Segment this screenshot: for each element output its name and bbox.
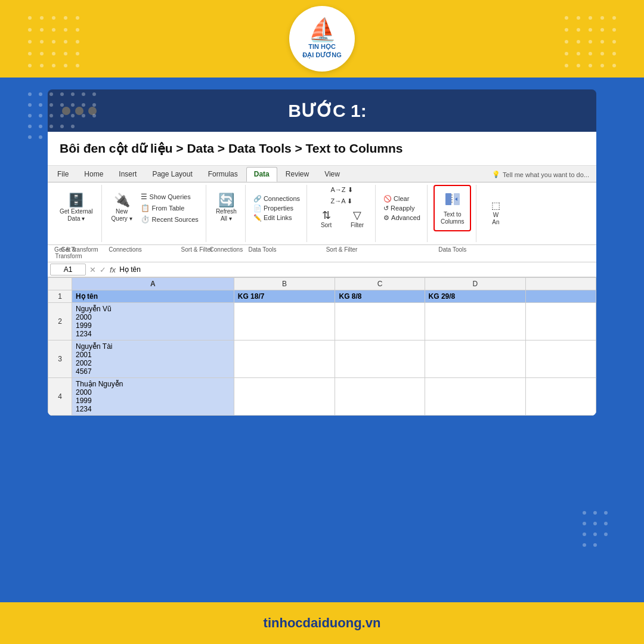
- fx-label: fx: [110, 265, 116, 274]
- clear-reapply-stack: 🚫 Clear ↺ Reapply ⚙ Advanced: [382, 194, 422, 222]
- cell-d2[interactable]: [425, 303, 526, 340]
- sort-button[interactable]: ⇅ Sort: [313, 208, 339, 231]
- cell-c2[interactable]: [335, 303, 425, 340]
- close-dot[interactable]: [62, 107, 70, 115]
- cell-b4[interactable]: [234, 378, 335, 416]
- col-header-d[interactable]: D: [425, 278, 526, 290]
- new-query-icon: 🔌: [114, 194, 130, 207]
- tab-formulas[interactable]: Formulas: [201, 168, 245, 181]
- tab-review[interactable]: Review: [278, 168, 316, 181]
- properties-label: Properties: [264, 205, 293, 212]
- table-row: 3 Nguyễn Tài200120024567: [48, 340, 596, 378]
- svg-point-6: [40, 28, 44, 32]
- connections-button[interactable]: 🔗 Connections: [252, 194, 302, 203]
- extra-icon: ⬚: [491, 201, 500, 210]
- cell-d3[interactable]: [425, 340, 526, 378]
- page: ⛵ TIN HỌC ĐẠI DƯƠNG: [0, 0, 644, 644]
- sort-icon: ⇅: [322, 210, 331, 221]
- text-to-columns-icon: [444, 191, 461, 210]
- cell-a1[interactable]: Họ tên: [72, 290, 234, 303]
- group-new-query: 🔌 NewQuery ▾ ☰ Show Queries 📋 From Table: [103, 185, 206, 242]
- cell-e1[interactable]: [526, 290, 596, 303]
- sail-icon: ⛵: [308, 18, 336, 41]
- from-table-button[interactable]: 📋 From Table: [138, 203, 201, 213]
- svg-rect-90: [445, 193, 451, 205]
- maximize-dot[interactable]: [88, 107, 97, 115]
- cell-e2[interactable]: [526, 303, 596, 340]
- logo-text: TIN HỌC ĐẠI DƯƠNG: [302, 42, 342, 60]
- recent-sources-button[interactable]: ⏱️ Recent Sources: [138, 214, 201, 225]
- cell-a4[interactable]: Thuận Nguyễn200019991234: [72, 378, 234, 416]
- sort-az-button[interactable]: A→Z ⬇: [328, 185, 355, 195]
- svg-point-46: [577, 64, 580, 67]
- col-header-c[interactable]: C: [335, 278, 425, 290]
- svg-point-80: [593, 511, 597, 515]
- cell-b1[interactable]: KG 18/7: [234, 290, 335, 303]
- svg-point-4: [76, 16, 79, 20]
- show-queries-icon: ☰: [141, 193, 147, 201]
- extra-button[interactable]: ⬚ WAn: [482, 199, 509, 228]
- sort-za-button[interactable]: Z→A ⬇: [328, 196, 355, 206]
- svg-point-10: [28, 40, 32, 44]
- svg-point-45: [565, 64, 568, 67]
- tab-home[interactable]: Home: [77, 168, 110, 181]
- advanced-button[interactable]: ⚙ Advanced: [382, 213, 422, 222]
- clear-button[interactable]: 🚫 Clear: [382, 194, 422, 203]
- edit-links-label: Edit Links: [264, 214, 292, 221]
- clear-label: Clear: [394, 195, 409, 202]
- svg-point-1: [40, 16, 44, 20]
- properties-button[interactable]: 📄 Properties: [252, 204, 302, 213]
- svg-point-9: [76, 28, 79, 32]
- cell-reference[interactable]: A1: [50, 264, 86, 275]
- connections-group-label: Connections: [89, 246, 161, 259]
- ribbon-tabs: File Home Insert Page Layout Formulas Da…: [48, 166, 596, 182]
- svg-point-30: [565, 28, 568, 32]
- connections-icon: 🔗: [253, 195, 262, 203]
- tab-view[interactable]: View: [317, 168, 347, 181]
- table-row: 2 Nguyễn Vũ200019991234: [48, 303, 596, 340]
- get-external-data-button[interactable]: 🗄️ Get ExternalData ▾: [56, 191, 97, 225]
- cell-a2[interactable]: Nguyễn Vũ200019991234: [72, 303, 234, 340]
- svg-point-40: [565, 52, 568, 55]
- svg-point-72: [39, 125, 42, 128]
- svg-point-76: [28, 135, 32, 139]
- row-number-3: 3: [48, 340, 72, 378]
- tab-page-layout[interactable]: Page Layout: [145, 168, 199, 181]
- cell-d4[interactable]: [425, 378, 526, 416]
- show-queries-button[interactable]: ☰ Show Queries: [138, 191, 201, 202]
- cell-e4[interactable]: [526, 378, 596, 416]
- excel-window: File Home Insert Page Layout Formulas Da…: [48, 166, 596, 416]
- minimize-dot[interactable]: [75, 107, 83, 115]
- cell-c1[interactable]: KG 8/8: [335, 290, 425, 303]
- tab-file[interactable]: File: [50, 168, 76, 181]
- refresh-all-button[interactable]: 🔄 RefreshAll ▾: [212, 191, 240, 225]
- tab-data[interactable]: Data: [246, 167, 277, 182]
- reapply-button[interactable]: ↺ Reapply: [382, 204, 422, 213]
- cell-b2[interactable]: [234, 303, 335, 340]
- group-clear-reapply: 🚫 Clear ↺ Reapply ⚙ Advanced: [377, 185, 428, 242]
- col-header-b[interactable]: B: [234, 278, 335, 290]
- text-to-columns-button[interactable]: Text toColumns: [437, 188, 467, 228]
- get-transform-label: Get & Transform: [54, 246, 98, 253]
- top-bar: ⛵ TIN HỌC ĐẠI DƯƠNG: [0, 0, 644, 78]
- cell-b3[interactable]: [234, 340, 335, 378]
- blue-section: BƯỚC 1: Bôi đen cột dữ liệu > Data > Dat…: [0, 78, 644, 602]
- filter-button[interactable]: ▽ Filter: [344, 208, 370, 231]
- tell-me[interactable]: 💡 Tell me what you want to do...: [487, 168, 594, 181]
- new-query-button[interactable]: 🔌 NewQuery ▾: [108, 191, 136, 225]
- svg-point-33: [600, 28, 604, 32]
- corner-header: [48, 278, 72, 290]
- row-number-2: 2: [48, 303, 72, 340]
- col-header-a[interactable]: A: [72, 278, 234, 290]
- cell-a3[interactable]: Nguyễn Tài200120024567: [72, 340, 234, 378]
- cell-e3[interactable]: [526, 340, 596, 378]
- edit-links-button[interactable]: ✏️ Edit Links: [252, 213, 302, 222]
- svg-point-20: [28, 64, 32, 67]
- tab-insert[interactable]: Insert: [112, 168, 144, 181]
- cell-c4[interactable]: [335, 378, 425, 416]
- svg-point-22: [52, 64, 55, 67]
- cell-c3[interactable]: [335, 340, 425, 378]
- col-header-e[interactable]: [526, 278, 596, 290]
- svg-point-57: [28, 103, 32, 107]
- cell-d1[interactable]: KG 29/8: [425, 290, 526, 303]
